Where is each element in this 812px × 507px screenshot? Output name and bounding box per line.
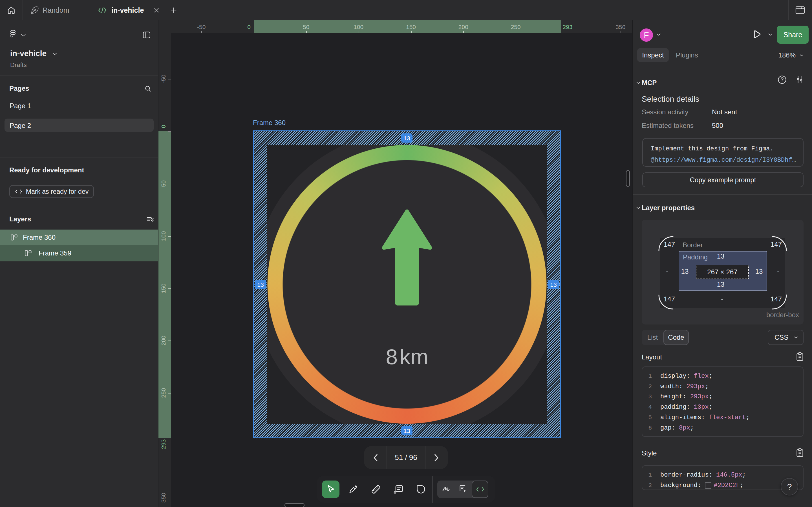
chevron-down-icon[interactable] (636, 81, 641, 84)
file-location[interactable]: Drafts (10, 61, 27, 69)
next-frame-button[interactable] (425, 453, 448, 462)
border-value-left[interactable]: - (666, 267, 668, 275)
canvas-vertical-scrollbar[interactable] (626, 170, 630, 187)
style-code-line[interactable]: 1border-radius: 146.5px; (642, 470, 803, 480)
move-tool-button[interactable] (322, 481, 340, 498)
copy-style-button[interactable] (796, 448, 804, 458)
padding-value-left[interactable]: 13 (681, 268, 689, 276)
layout-code-line[interactable]: 2width: 293px; (642, 381, 803, 392)
view-toggle-code[interactable]: Code (663, 330, 689, 345)
frame-360-content[interactable]: 8 km (267, 145, 547, 424)
avatar[interactable]: F (640, 29, 653, 42)
ruler-tick (463, 31, 464, 33)
radius-value-top-right[interactable]: 147 (770, 240, 782, 248)
window-switcher-button[interactable] (788, 0, 812, 20)
style-code-block[interactable]: 1border-radius: 146.5px;2background: #2D… (642, 465, 804, 490)
layer-row-frame-360[interactable]: Frame 360 (0, 230, 158, 245)
layer-properties-header[interactable]: Layer properties (642, 204, 695, 212)
chevron-down-icon[interactable] (636, 206, 641, 210)
radius-value-bottom-right[interactable]: 147 (770, 295, 782, 303)
previous-frame-button[interactable] (364, 453, 387, 462)
file-title[interactable]: in-vehicle (10, 49, 47, 58)
color-swatch[interactable] (705, 482, 711, 489)
sidebar-item-page-1[interactable]: Page 1 (10, 102, 31, 110)
box-model-content-size[interactable]: 267 × 267 (696, 265, 749, 279)
radius-value-bottom-left[interactable]: 147 (664, 295, 675, 303)
copy-layout-button[interactable] (796, 352, 804, 362)
layer-row-frame-359[interactable]: Frame 359 (0, 245, 158, 262)
ruler-label: -50 (197, 24, 206, 31)
mcp-help-button[interactable] (777, 75, 787, 84)
chevron-down-icon[interactable] (20, 33, 27, 37)
border-value-right[interactable]: - (777, 267, 779, 275)
mcp-settings-button[interactable] (795, 75, 804, 84)
chevron-down-icon[interactable] (767, 33, 773, 36)
zoom-control[interactable]: 186% (778, 48, 804, 62)
code-punctuation: ; (690, 425, 694, 432)
canvas-frame-title[interactable]: Frame 360 (253, 119, 286, 127)
padding-value-bottom[interactable]: 13 (717, 281, 725, 288)
layout-code-line[interactable]: 3height: 293px; (642, 392, 803, 402)
code-text: padding: 13px; (655, 402, 803, 412)
layout-code-line[interactable]: 6gap: 8px; (642, 423, 803, 433)
close-tab-icon[interactable] (153, 6, 160, 14)
comment-tool-button[interactable] (410, 476, 432, 503)
sidebar-item-page-2[interactable]: Page 2 (4, 119, 154, 132)
pages-header: Pages (9, 84, 29, 93)
tab-plugins[interactable]: Plugins (676, 48, 698, 62)
code-value: 13px (694, 404, 709, 411)
figma-menu-button[interactable] (10, 30, 16, 38)
padding-badge-bottom: 13 (401, 426, 412, 436)
border-value-top[interactable]: - (721, 240, 723, 248)
radius-value-top-left[interactable]: 147 (664, 240, 675, 248)
share-button[interactable]: Share (777, 25, 809, 44)
copy-example-prompt-button[interactable]: Copy example prompt (642, 172, 804, 187)
measure-distance-button[interactable] (455, 481, 472, 498)
padding-value-right[interactable]: 13 (755, 268, 763, 276)
comment-bubble-icon (416, 484, 426, 494)
ruler-tick (306, 31, 307, 33)
ruler-tick (168, 131, 171, 132)
view-toggle-list[interactable]: List (642, 330, 663, 345)
code-text: border-radius: 146.5px; (655, 470, 803, 480)
border-value-bottom[interactable]: - (721, 295, 723, 303)
ruler-label: -50 (160, 75, 167, 83)
present-button[interactable] (752, 30, 761, 39)
help-button[interactable]: ? (781, 478, 798, 496)
language-dropdown[interactable]: CSS (768, 330, 804, 345)
canvas-horizontal-scrollbar[interactable] (285, 503, 305, 507)
mark-ready-for-dev-button[interactable]: Mark as ready for dev (9, 185, 94, 198)
collapse-list-icon (146, 216, 154, 224)
home-button[interactable] (0, 0, 22, 20)
search-pages-button[interactable] (144, 85, 152, 93)
ruler-label: 0 (160, 125, 167, 128)
layout-code-line[interactable]: 5align-items: flex-start; (642, 412, 803, 423)
window-icon (795, 6, 805, 14)
chevron-down-icon[interactable] (656, 33, 661, 36)
collapse-sidebar-button[interactable] (142, 31, 151, 39)
code-property: gap: (660, 425, 679, 432)
measure-tool-button[interactable] (364, 476, 387, 503)
annotation-tool-button[interactable] (387, 476, 410, 503)
collapse-layers-button[interactable] (146, 216, 154, 224)
padding-value-top[interactable]: 13 (717, 252, 725, 260)
tab-inspect[interactable]: Inspect (637, 48, 669, 62)
layout-code-block[interactable]: 1display: flex;2width: 293px;3height: 29… (642, 367, 804, 437)
canvas-viewport[interactable]: -50050100150200250350293 -50050100150200… (158, 20, 632, 507)
language-dropdown-value: CSS (774, 334, 788, 341)
mcp-header[interactable]: MCP (642, 79, 657, 87)
layout-code-line[interactable]: 4padding: 13px; (642, 402, 803, 412)
code-property: display: (660, 373, 694, 380)
scribble-tool-button[interactable] (437, 481, 455, 498)
code-mode-button[interactable] (472, 481, 488, 498)
chevron-down-icon[interactable] (52, 52, 57, 56)
layout-code-line[interactable]: 1display: flex; (642, 371, 803, 381)
new-tab-button[interactable] (163, 0, 185, 20)
tab-in-vehicle[interactable]: in-vehicle (90, 0, 163, 20)
ruler-tick (168, 236, 171, 237)
style-code-line[interactable]: 2background: #2D2C2F; (642, 480, 803, 491)
code-property: background: (660, 482, 705, 489)
eyedropper-tool-button[interactable] (342, 476, 364, 503)
tab-random[interactable]: Random (22, 0, 90, 20)
example-prompt-box[interactable]: Implement this design from Figma. @https… (642, 138, 804, 167)
